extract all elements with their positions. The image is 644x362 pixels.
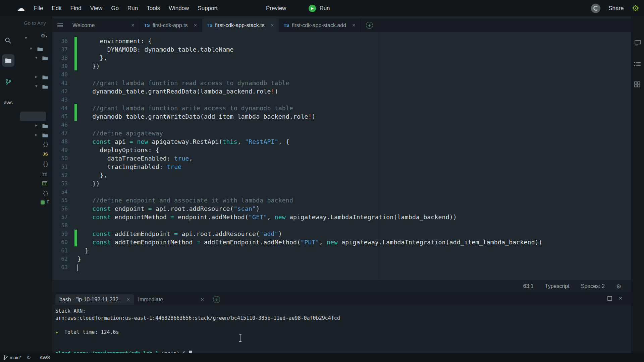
line-number[interactable]: 59 (52, 230, 68, 238)
refresh-icon[interactable]: ↻ (27, 355, 31, 361)
json-file-icon[interactable]: {} (43, 161, 49, 167)
indentation-setting[interactable]: Spaces: 2 (581, 283, 605, 289)
menu-support[interactable]: Support (193, 5, 222, 12)
line-number[interactable]: 55 (52, 196, 68, 204)
terminal-output[interactable]: Stack ARN:arn:aws:cloudformation:us-east… (52, 305, 631, 357)
menu-view[interactable]: View (86, 5, 107, 12)
code-line[interactable]: 49 deployOptions: { (52, 146, 631, 154)
code-line[interactable]: 46 (52, 121, 631, 129)
chevron-down-icon[interactable]: ▾ (25, 35, 27, 40)
search-icon[interactable] (4, 37, 12, 46)
code-line[interactable]: 58 (52, 221, 631, 230)
code-line[interactable]: 36 environment: { (52, 37, 631, 45)
tab-close-icon[interactable]: × (128, 22, 135, 29)
tree-settings-gear-icon[interactable]: ⚙▾ (41, 33, 47, 39)
files-icon[interactable] (2, 54, 14, 67)
new-terminal-button[interactable]: + (213, 296, 220, 303)
chevron-down-icon[interactable]: ▾ (30, 46, 32, 51)
json-file-icon[interactable]: {} (43, 141, 49, 147)
comments-icon[interactable] (634, 40, 641, 47)
editor-settings-gear-icon[interactable]: ⚙ (616, 283, 622, 290)
folder-icon[interactable] (42, 133, 48, 139)
tab-close-icon[interactable]: × (198, 296, 204, 303)
code-line[interactable]: 43 (52, 96, 631, 104)
code-line[interactable]: 56 const endpoint = api.root.addResource… (52, 204, 631, 213)
line-number[interactable]: 52 (52, 171, 68, 179)
cloud9-logo[interactable]: ☁ (17, 4, 25, 13)
code-line[interactable]: 54 (52, 188, 631, 196)
preview-button[interactable]: Preview (262, 5, 290, 12)
outline-icon[interactable] (634, 62, 641, 68)
line-number[interactable]: 41 (52, 79, 68, 87)
tab-list-icon[interactable] (52, 18, 68, 32)
f-file-icon[interactable]: F (47, 199, 49, 204)
tab-close-icon[interactable]: × (191, 22, 197, 29)
menu-window[interactable]: Window (164, 5, 193, 12)
code-line[interactable]: 42 dynamodb_table.grantReadData(lambda_b… (52, 87, 631, 96)
chevron-right-icon[interactable]: ▸ (35, 74, 38, 79)
menu-find[interactable]: Find (66, 5, 86, 12)
chevron-down-icon[interactable]: ▾ (35, 83, 38, 88)
tab-close-icon[interactable]: × (267, 22, 274, 29)
line-number[interactable]: 57 (52, 213, 68, 221)
tab-close-icon[interactable]: × (349, 22, 356, 29)
aws-statusbar-label[interactable]: AWS (40, 355, 50, 360)
goto-anything-placeholder[interactable]: Go to Any (24, 20, 52, 26)
debugger-icon[interactable] (634, 81, 640, 89)
line-number[interactable]: 46 (52, 121, 68, 129)
code-line[interactable]: 51 tracingEnabled: true (52, 163, 631, 171)
code-line[interactable]: 55 //define endpoint and associate it wi… (52, 196, 631, 204)
line-number[interactable]: 47 (52, 129, 68, 137)
menu-run[interactable]: Run (123, 5, 142, 12)
code-line[interactable]: 60 const addItemEndpointMethod = addItem… (52, 238, 631, 246)
line-number[interactable]: 62 (52, 255, 68, 263)
line-number[interactable]: 40 (52, 70, 68, 79)
code-line[interactable]: 47 //define apigateway (52, 129, 631, 137)
code-line[interactable]: 59 const addItemEndpoint = api.root.addR… (52, 230, 631, 238)
folder-icon[interactable] (42, 84, 48, 90)
table-file-icon[interactable] (42, 181, 47, 187)
code-line[interactable]: 61 } (52, 246, 631, 255)
terminal-tab-immediate[interactable]: Immediate× (134, 294, 208, 305)
line-number[interactable]: 54 (52, 188, 68, 196)
terminal-tab-bash[interactable]: bash - "ip-10-192-11-232.× (55, 294, 134, 305)
restore-panel-icon[interactable] (607, 296, 612, 301)
chevron-right-icon[interactable]: ▸ (35, 123, 38, 128)
line-number[interactable]: 42 (52, 87, 68, 96)
code-line[interactable]: 44 //grant lambda function write access … (52, 104, 631, 112)
menu-go[interactable]: Go (107, 5, 123, 12)
editor-tab-first-cdk-app-stack.add[interactable]: TSfirst-cdk-app-stack.add× (279, 18, 361, 32)
avatar[interactable] (591, 4, 600, 13)
close-panel-icon[interactable]: × (619, 295, 622, 302)
menu-edit[interactable]: Edit (47, 5, 66, 12)
cursor-position[interactable]: 63:1 (523, 283, 534, 289)
new-tab-button[interactable]: + (366, 22, 373, 29)
preferences-gear-icon[interactable]: ⚙ (632, 4, 639, 12)
line-number[interactable]: 61 (52, 246, 68, 255)
code-editor[interactable]: 36 environment: {37 DYNAMODB: dynamodb_t… (52, 32, 631, 280)
code-line[interactable]: 57 const endpointMethod = endpoint.addMe… (52, 213, 631, 221)
line-number[interactable]: 38 (52, 54, 68, 62)
code-line[interactable]: 37 DYNAMODB: dynamodb_table.tableName (52, 45, 631, 54)
folder-icon[interactable] (37, 47, 43, 53)
line-number[interactable]: 56 (52, 204, 68, 213)
chevron-down-icon[interactable]: ▾ (35, 55, 38, 60)
line-number[interactable]: 43 (52, 96, 68, 104)
line-number[interactable]: 44 (52, 104, 68, 112)
editor-tab-first-cdk-app-stack.ts[interactable]: TSfirst-cdk-app-stack.ts× (202, 18, 279, 32)
line-number[interactable]: 63 (52, 263, 68, 272)
line-number[interactable]: 36 (52, 37, 68, 45)
folder-icon[interactable] (42, 56, 48, 62)
code-line[interactable]: 50 dataTraceEnabled: true, (52, 154, 631, 163)
code-line[interactable]: 41 //grant lambda function read access t… (52, 79, 631, 87)
folder-icon[interactable] (42, 75, 48, 81)
editor-tab-welcome[interactable]: Welcome× (68, 18, 140, 32)
git-branch-indicator[interactable]: main* (3, 355, 21, 360)
code-line[interactable]: 63 (52, 263, 631, 272)
code-line[interactable]: 62} (52, 255, 631, 263)
share-button[interactable]: Share (608, 5, 624, 12)
line-number[interactable]: 58 (52, 221, 68, 230)
line-number[interactable]: 39 (52, 62, 68, 70)
code-line[interactable]: 45 dynamodb_table.grantWriteData(add_ite… (52, 112, 631, 121)
aws-toolkit-label[interactable]: aws (0, 100, 16, 105)
